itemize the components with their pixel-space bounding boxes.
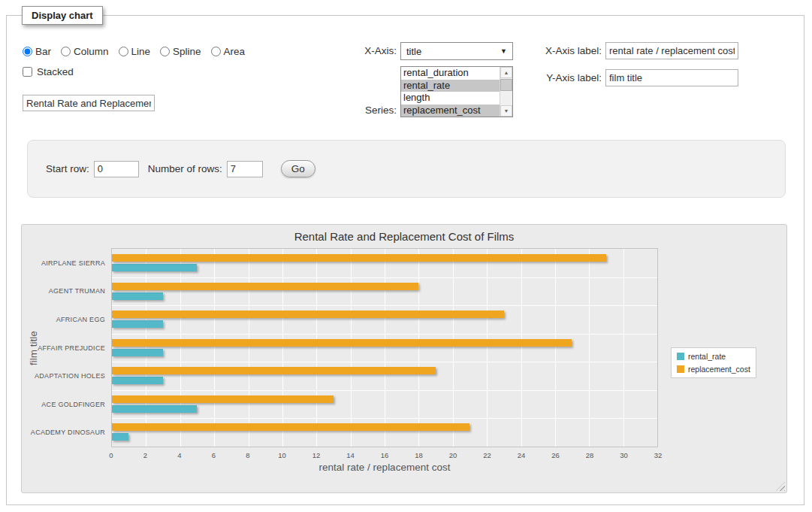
category-label: AGENT TRUMAN: [23, 287, 105, 295]
number-of-rows-label: Number of rows:: [148, 163, 222, 174]
gridline-vertical: [487, 249, 488, 447]
gridline-vertical: [385, 249, 385, 447]
gridline-horizontal: [112, 334, 657, 335]
chart-type-bar[interactable]: Bar: [23, 46, 51, 57]
start-row-input[interactable]: [94, 161, 139, 177]
series-listbox[interactable]: rental_durationrental_ratelengthreplacem…: [400, 66, 513, 117]
gridline-vertical: [453, 249, 454, 447]
y-axis-label-input[interactable]: [605, 69, 738, 86]
bar-replacement_cost: [112, 283, 418, 290]
series-option-length[interactable]: length: [401, 92, 500, 105]
x-tick-label: 6: [212, 451, 216, 459]
series-label-text: Series:: [314, 104, 397, 117]
chart-type-radio-line[interactable]: [119, 47, 128, 56]
gridline-vertical: [180, 249, 181, 447]
legend-swatch: [677, 365, 684, 373]
bar-rental_rate: [112, 377, 163, 384]
chart-type-radio-spline[interactable]: [160, 47, 170, 56]
gridline-horizontal: [112, 418, 657, 419]
chart-type-label: Line: [131, 46, 151, 57]
chart-type-label: Spline: [173, 46, 201, 57]
plot-area: [111, 248, 658, 447]
chart-type-radio-bar[interactable]: [23, 47, 32, 56]
legend-label: replacement_cost: [688, 365, 750, 374]
gridline-vertical: [418, 249, 419, 447]
chart-type-label: Area: [224, 46, 246, 57]
chart-panel: Rental Rate and Replacement Cost of Film…: [21, 224, 787, 493]
category-label: AFRICAN EGG: [23, 316, 105, 323]
category-label: ACE GOLDFINGER: [23, 401, 105, 408]
bar-rental_rate: [112, 264, 197, 271]
category-label: ACADEMY DINOSAUR: [23, 429, 105, 436]
x-tick-label: 20: [449, 451, 457, 459]
x-axis-label-input[interactable]: [605, 42, 738, 59]
gridline-horizontal: [112, 362, 657, 362]
go-button[interactable]: Go: [281, 160, 315, 177]
legend-swatch: [677, 353, 684, 360]
x-tick-label: 0: [109, 451, 113, 459]
fieldset-legend: Display chart: [22, 6, 103, 25]
gridline-horizontal: [112, 390, 657, 391]
series-option-rental_rate[interactable]: rental_rate: [401, 80, 500, 92]
x-axis-label-field-text: X-Axis label:: [508, 42, 602, 60]
bar-rental_rate: [112, 349, 163, 356]
x-axis-label-text: X-Axis:: [314, 42, 397, 60]
series-options: rental_durationrental_ratelengthreplacem…: [401, 67, 500, 117]
bar-replacement_cost: [112, 423, 469, 431]
category-label: AIRPLANE SIERRA: [23, 259, 105, 267]
x-tick-label: 22: [483, 451, 491, 459]
bar-rental_rate: [112, 433, 128, 441]
bar-replacement_cost: [112, 254, 606, 262]
chart-type-column[interactable]: Column: [61, 46, 109, 57]
chart-title-input[interactable]: [23, 95, 155, 111]
legend-label: rental_rate: [688, 352, 726, 361]
x-axis-title: rental rate / replacement cost: [111, 462, 658, 473]
chart-type-label: Bar: [35, 46, 51, 57]
x-axis-select-value: title: [406, 46, 421, 57]
chevron-down-icon: ▼: [500, 47, 507, 55]
chart-type-radios: BarColumnLineSplineArea: [23, 46, 245, 57]
x-axis-select[interactable]: title ▼: [400, 42, 513, 60]
bar-replacement_cost: [112, 395, 334, 403]
x-tick-label: 32: [654, 451, 663, 459]
x-tick-label: 30: [620, 451, 628, 459]
x-tick-label: 16: [381, 451, 389, 459]
gridline-horizontal: [112, 305, 657, 306]
chart-title: Rental Rate and Replacement Cost of Film…: [22, 230, 786, 243]
chart-type-line[interactable]: Line: [119, 46, 151, 57]
x-tick-label: 2: [143, 451, 147, 459]
x-tick-label: 8: [246, 451, 249, 459]
resize-handle-icon[interactable]: [776, 482, 785, 491]
category-label: ADAPTATION HOLES: [23, 372, 105, 380]
gridline-vertical: [521, 249, 522, 447]
chart-type-label: Column: [74, 46, 109, 57]
x-tick-label: 14: [346, 451, 355, 459]
gridline-horizontal: [112, 277, 657, 278]
x-tick-label: 10: [278, 451, 286, 459]
start-row-label: Start row:: [46, 163, 89, 174]
bar-replacement_cost: [112, 339, 572, 347]
x-tick-label: 26: [551, 451, 560, 459]
series-option-rental_duration[interactable]: rental_duration: [401, 67, 500, 80]
display-chart-fieldset: Display chart BarColumnLineSplineArea St…: [6, 15, 804, 505]
chart-type-radio-column[interactable]: [61, 47, 71, 56]
stacked-row: Stacked: [23, 66, 74, 77]
scroll-down-icon[interactable]: ▼: [500, 105, 512, 117]
chart-type-spline[interactable]: Spline: [160, 46, 201, 57]
x-tick-label: 18: [415, 451, 423, 459]
gridline-vertical: [146, 249, 146, 447]
stacked-checkbox[interactable]: [23, 67, 32, 77]
legend-item-rental_rate: rental_rate: [677, 352, 750, 361]
legend-item-replacement_cost: replacement_cost: [677, 365, 750, 374]
chart-type-radio-area[interactable]: [211, 47, 221, 56]
gridline-vertical: [316, 249, 317, 447]
gridline-vertical: [214, 249, 215, 447]
bar-rental_rate: [112, 405, 197, 413]
number-of-rows-input[interactable]: [227, 161, 263, 177]
series-option-replacement_cost[interactable]: replacement_cost: [401, 105, 500, 117]
gridline-vertical: [351, 249, 352, 447]
x-tick-label: 12: [312, 451, 321, 459]
gridline-vertical: [282, 249, 283, 447]
rows-panel: Start row: Number of rows: Go: [27, 140, 786, 198]
chart-type-area[interactable]: Area: [211, 46, 246, 57]
